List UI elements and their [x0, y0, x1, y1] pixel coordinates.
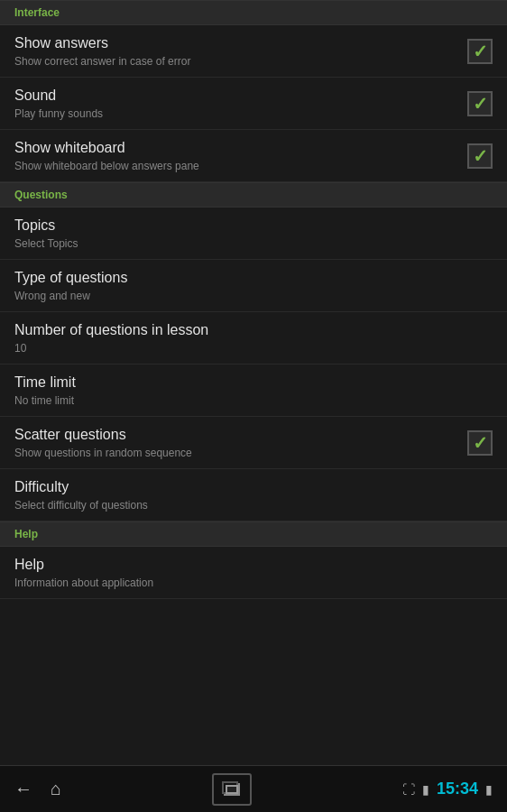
signal-icon: ▮ [422, 782, 429, 797]
setting-subtitle-show-answers: Show correct answer in case of error [14, 55, 456, 68]
setting-subtitle-number-of-questions: 10 [14, 342, 493, 355]
checkmark-sound: ✓ [473, 95, 488, 113]
setting-title-scatter-questions: Scatter questions [14, 426, 456, 445]
setting-title-number-of-questions: Number of questions in lesson [14, 321, 493, 340]
nav-left-buttons: ← ⌂ [14, 779, 61, 799]
checkmark-show-whiteboard: ✓ [473, 147, 488, 165]
recents-button[interactable] [212, 773, 252, 806]
setting-title-sound: Sound [14, 87, 456, 106]
checkbox-scatter-questions[interactable]: ✓ [467, 430, 493, 456]
home-button[interactable]: ⌂ [51, 779, 61, 799]
setting-item-show-answers[interactable]: Show answersShow correct answer in case … [0, 25, 507, 78]
setting-title-topics: Topics [14, 217, 493, 235]
setting-text-number-of-questions: Number of questions in lesson10 [14, 321, 493, 355]
setting-text-time-limit: Time limitNo time limit [14, 374, 493, 407]
section-header-help: Help [0, 521, 507, 547]
setting-subtitle-topics: Select Topics [14, 237, 493, 250]
image-status-icon: ⛶ [402, 782, 415, 797]
setting-title-help-item: Help [14, 556, 493, 575]
setting-title-show-answers: Show answers [14, 34, 456, 53]
section-header-interface: Interface [0, 0, 507, 25]
setting-item-type-of-questions[interactable]: Type of questionsWrong and new [0, 260, 507, 312]
setting-subtitle-difficulty: Select difficulty of questions [14, 499, 493, 512]
setting-item-number-of-questions[interactable]: Number of questions in lesson10 [0, 312, 507, 364]
time-display: 15:34 [437, 780, 478, 798]
settings-container: InterfaceShow answersShow correct answer… [0, 0, 507, 771]
setting-subtitle-type-of-questions: Wrong and new [14, 290, 493, 302]
setting-item-time-limit[interactable]: Time limitNo time limit [0, 364, 507, 417]
setting-title-time-limit: Time limit [14, 374, 493, 392]
setting-subtitle-time-limit: No time limit [14, 394, 493, 407]
setting-subtitle-sound: Play funny sounds [14, 107, 456, 120]
setting-item-topics[interactable]: TopicsSelect Topics [0, 208, 507, 260]
setting-text-type-of-questions: Type of questionsWrong and new [14, 269, 493, 302]
back-button[interactable]: ← [14, 779, 32, 799]
setting-title-difficulty: Difficulty [14, 478, 493, 497]
setting-text-sound: SoundPlay funny sounds [14, 87, 456, 120]
checkbox-sound[interactable]: ✓ [467, 91, 493, 116]
setting-title-show-whiteboard: Show whiteboard [14, 139, 456, 158]
setting-text-topics: TopicsSelect Topics [14, 217, 493, 250]
nav-center [212, 773, 252, 806]
setting-subtitle-show-whiteboard: Show whiteboard below answers pane [14, 160, 456, 172]
setting-text-difficulty: DifficultySelect difficulty of questions [14, 478, 493, 512]
setting-item-show-whiteboard[interactable]: Show whiteboardShow whiteboard below ans… [0, 130, 507, 182]
setting-text-help-item: HelpInformation about application [14, 556, 493, 589]
checkmark-scatter-questions: ✓ [473, 434, 488, 452]
nav-right-status: ⛶ ▮ 15:34 ▮ [402, 780, 493, 798]
setting-subtitle-scatter-questions: Show questions in random sequence [14, 447, 456, 459]
battery-icon: ▮ [485, 782, 493, 797]
setting-item-sound[interactable]: SoundPlay funny sounds✓ [0, 78, 507, 130]
setting-text-scatter-questions: Scatter questionsShow questions in rando… [14, 426, 456, 459]
navigation-bar: ← ⌂ ⛶ ▮ 15:34 ▮ [0, 765, 507, 812]
checkmark-show-answers: ✓ [473, 42, 488, 60]
section-header-questions: Questions [0, 182, 507, 208]
setting-text-show-whiteboard: Show whiteboardShow whiteboard below ans… [14, 139, 456, 172]
checkbox-show-whiteboard[interactable]: ✓ [467, 143, 493, 169]
setting-title-type-of-questions: Type of questions [14, 269, 493, 288]
setting-item-difficulty[interactable]: DifficultySelect difficulty of questions [0, 469, 507, 521]
checkbox-show-answers[interactable]: ✓ [467, 39, 493, 64]
setting-subtitle-help-item: Information about application [14, 577, 493, 589]
setting-item-scatter-questions[interactable]: Scatter questionsShow questions in rando… [0, 417, 507, 469]
setting-item-help-item[interactable]: HelpInformation about application [0, 547, 507, 599]
setting-text-show-answers: Show answersShow correct answer in case … [14, 34, 456, 68]
